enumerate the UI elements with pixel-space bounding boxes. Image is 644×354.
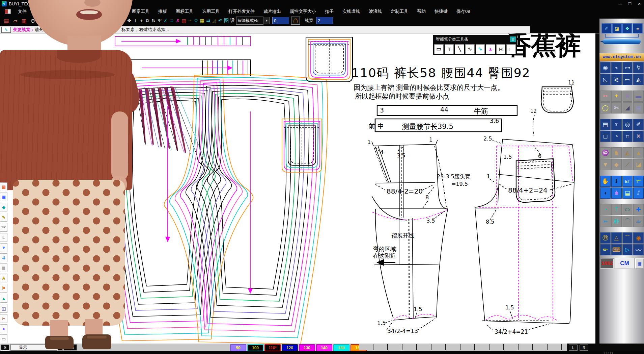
display-field[interactable]: 显示 xyxy=(10,344,57,351)
left-lens-button[interactable]: L xyxy=(569,345,578,351)
toolbar-icon[interactable]: = xyxy=(169,17,175,25)
smart-pen-tool[interactable]: ╲ xyxy=(455,44,464,54)
left-tool[interactable]: ◈ xyxy=(0,203,7,211)
sidebar-tool[interactable]: ⊶ xyxy=(622,62,633,73)
sidebar-tool[interactable]: ◺ xyxy=(600,74,611,85)
size-cell-empty[interactable] xyxy=(475,344,489,350)
minimize-button[interactable]: — xyxy=(616,0,625,7)
toolbar-icon[interactable]: ◿ xyxy=(211,17,217,25)
sidebar-tool[interactable]: ⬓ xyxy=(622,187,633,199)
sidebar-tool[interactable]: ⍑ xyxy=(611,204,622,215)
sidebar-tool[interactable]: ◉ xyxy=(633,232,644,244)
left-tool[interactable]: ▲ xyxy=(0,294,7,303)
menu-item[interactable]: 图标工具 xyxy=(171,8,198,15)
size-cell-empty[interactable] xyxy=(388,344,402,350)
size-button[interactable]: 110* xyxy=(264,344,281,351)
smart-pen-tool[interactable]: ▭ xyxy=(434,44,444,54)
sidebar-tool[interactable]: ▤ xyxy=(633,102,644,113)
sidebar-tool[interactable]: ✕ xyxy=(633,131,644,142)
maximize-button[interactable]: ❐ xyxy=(625,0,635,7)
sidebar-header-icon[interactable]: ❖ xyxy=(622,23,632,33)
toolbar-icon[interactable]: ↷ xyxy=(114,17,120,25)
left-tool[interactable]: ⚑ xyxy=(0,284,7,293)
sidebar-tool[interactable]: ◢ xyxy=(622,102,633,113)
sidebar-tool[interactable]: ⌒ xyxy=(622,216,633,227)
sidebar-tool[interactable]: ◆ xyxy=(611,159,622,170)
size-button[interactable]: 90 xyxy=(230,344,246,351)
size-button[interactable]: 140 xyxy=(316,344,332,351)
left-tool[interactable]: ● xyxy=(0,324,7,333)
left-tool[interactable]: ≣ xyxy=(0,263,7,272)
sidebar-tool[interactable]: ✦ xyxy=(611,91,622,102)
sidebar-tool[interactable]: ⫽ xyxy=(633,187,644,199)
size-cell-empty[interactable] xyxy=(373,344,388,350)
toolbar-icon[interactable]: ⚲ xyxy=(193,17,199,25)
size-button[interactable]: 100 xyxy=(247,344,263,351)
vendor-url[interactable]: www.etsystem.cn xyxy=(599,53,644,61)
sidebar-tool[interactable]: ⟋ xyxy=(622,159,633,170)
sidebar-tool[interactable]: ◎ xyxy=(622,119,633,130)
close-button[interactable]: ✕ xyxy=(635,0,644,7)
size-cell-empty[interactable] xyxy=(519,344,533,350)
size-cell-empty[interactable] xyxy=(548,344,562,350)
sidebar-header-icon[interactable]: ✐ xyxy=(601,23,612,33)
sidebar-tool[interactable]: ✚ xyxy=(633,204,644,215)
drawing-canvas[interactable] xyxy=(0,33,595,344)
toolbar-icon[interactable]: ✥ xyxy=(126,17,132,25)
toolbar-file-icon[interactable]: ▥ xyxy=(21,18,27,24)
menu-item[interactable]: 扣子 xyxy=(320,8,338,15)
toolbar-icon[interactable]: ↶ xyxy=(217,17,223,25)
smart-pen-tool[interactable]: H xyxy=(496,44,506,54)
size-cell-empty[interactable] xyxy=(460,344,475,350)
sidebar-tool[interactable]: ▲ xyxy=(633,147,644,158)
size-cell-empty[interactable] xyxy=(489,344,504,350)
sidebar-tool[interactable]: ab xyxy=(633,216,644,227)
year-button[interactable]: 1982 xyxy=(600,258,614,269)
smart-pen-tool[interactable]: ∟ xyxy=(506,44,516,54)
size-cell-empty[interactable] xyxy=(417,344,431,350)
toolbar-icon[interactable]: ∠ xyxy=(163,17,169,25)
left-tool[interactable]: ▣ xyxy=(0,193,7,201)
sidebar-tool[interactable]: ◭ xyxy=(633,74,644,85)
size-cell-empty[interactable] xyxy=(504,344,519,350)
sidebar-header-icon[interactable]: ◪ xyxy=(612,23,622,33)
left-tool[interactable]: A xyxy=(0,274,7,282)
sidebar-tool[interactable]: ▼ xyxy=(600,159,611,170)
sidebar-tool[interactable]: ♆ xyxy=(611,119,622,130)
sidebar-tool[interactable]: ⊷ xyxy=(622,74,633,85)
toolbar-icon[interactable]: ✗ xyxy=(175,17,181,25)
toolbar-file-icon[interactable]: ▱ xyxy=(12,18,19,24)
sidebar-tool[interactable]: ▬ xyxy=(633,91,644,102)
mode-select[interactable]: 智能模式F5 xyxy=(236,17,263,25)
sidebar-tool[interactable]: ✃ xyxy=(633,176,644,187)
sidebar-tool[interactable]: ET xyxy=(622,176,633,187)
sidebar-tool[interactable]: ◔ xyxy=(600,204,611,215)
left-tool[interactable]: ◫ xyxy=(0,304,7,313)
sidebar-tool[interactable]: ▷ xyxy=(622,244,633,255)
left-tool[interactable]: L xyxy=(0,233,7,242)
left-tool[interactable]: ⇊ xyxy=(0,253,7,262)
sidebar-tool[interactable]: ✏ xyxy=(600,244,611,255)
sidebar-tool[interactable]: ⬭ xyxy=(622,204,633,215)
left-tool[interactable]: ▧ xyxy=(0,182,7,191)
menu-item[interactable]: 波浪线 xyxy=(364,8,386,15)
left-tool[interactable]: ✂ xyxy=(0,314,7,323)
sidebar-tool[interactable]: 朴 xyxy=(611,216,622,227)
menu-item[interactable]: 绘图 xyxy=(49,8,66,15)
sidebar-tool[interactable]: ◖ xyxy=(600,187,611,199)
calculator-icon[interactable]: ▦ xyxy=(635,258,644,269)
size-cell-empty[interactable] xyxy=(446,344,460,350)
sidebar-tool[interactable]: ◭ xyxy=(622,147,633,158)
sidebar-tool[interactable]: ⬇ xyxy=(611,176,622,187)
left-tool[interactable]: ⌤ xyxy=(0,223,7,232)
toolbar-icon[interactable]: + xyxy=(138,17,144,25)
sidebar-tool[interactable]: ◔ xyxy=(611,131,622,142)
sidebar-tool[interactable]: ⌁ xyxy=(611,62,622,73)
sidebar-tool[interactable]: ↯ xyxy=(633,62,644,73)
sidebar-tool[interactable]: 〰 xyxy=(633,244,644,255)
smart-pen-titlebar[interactable]: 智能笔分类工具条 x xyxy=(433,35,517,43)
sidebar-tool[interactable]: ⌗ xyxy=(622,131,633,142)
menu-item[interactable]: 编辑 xyxy=(31,8,49,15)
size-cell-empty[interactable] xyxy=(402,344,417,350)
toolbar-icon[interactable]: 设 xyxy=(229,17,235,25)
